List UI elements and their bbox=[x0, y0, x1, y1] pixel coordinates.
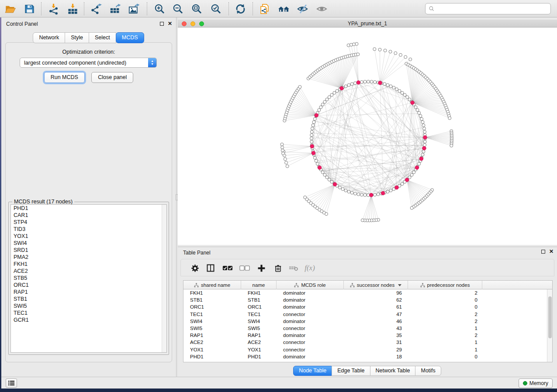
homes-icon bbox=[278, 3, 290, 15]
table-settings-button[interactable] bbox=[189, 262, 201, 274]
list-item[interactable]: RAP1 bbox=[11, 289, 166, 296]
list-item[interactable]: FKH1 bbox=[11, 261, 166, 268]
table-row[interactable]: PHD1PHD1dominator180 bbox=[183, 353, 547, 360]
table-row[interactable]: RAP1RAP1dominator352 bbox=[183, 332, 547, 339]
criterion-dropdown[interactable]: largest connected component (undirected)… bbox=[20, 58, 157, 68]
sort-descending-icon bbox=[398, 284, 401, 286]
table-row[interactable]: FKH1FKH1dominator962 bbox=[183, 289, 547, 296]
tab-node-table[interactable]: Node Table bbox=[293, 366, 332, 376]
tab-motifs[interactable]: Motifs bbox=[415, 366, 441, 376]
function-builder-button[interactable]: f(x) bbox=[304, 262, 316, 274]
export-table-button[interactable] bbox=[107, 2, 122, 16]
memory-label: Memory bbox=[529, 380, 548, 386]
status-bar: Memory bbox=[1, 377, 557, 389]
save-icon bbox=[24, 3, 35, 15]
task-history-button[interactable] bbox=[6, 378, 17, 388]
network-canvas[interactable] bbox=[178, 28, 557, 245]
open-session-button[interactable] bbox=[3, 2, 17, 16]
zoom-out-button[interactable] bbox=[170, 2, 185, 16]
zoom-in-button[interactable] bbox=[152, 2, 167, 16]
tab-edge-table[interactable]: Edge Table bbox=[332, 366, 370, 376]
close-panel-button[interactable]: Close panel bbox=[91, 72, 133, 83]
column-header-shared-name[interactable]: shared name bbox=[183, 281, 241, 289]
list-item[interactable]: SWI4 bbox=[11, 240, 166, 247]
list-item[interactable]: ACE2 bbox=[11, 268, 166, 275]
node-table: shared name name MCDS role successor nod… bbox=[183, 280, 553, 362]
memory-button[interactable]: Memory bbox=[519, 378, 553, 388]
tab-network[interactable]: Network bbox=[33, 32, 65, 43]
zoom-selected-button[interactable] bbox=[208, 2, 223, 16]
select-all-rows-button[interactable] bbox=[221, 262, 234, 274]
show-columns-button[interactable] bbox=[204, 262, 217, 274]
column-header-mcds-role[interactable]: MCDS role bbox=[277, 281, 344, 289]
export-image-button[interactable] bbox=[126, 2, 141, 16]
list-item[interactable]: PMA2 bbox=[11, 254, 166, 261]
run-mcds-button[interactable]: Run MCDS bbox=[44, 72, 85, 83]
criterion-value: largest connected component (undirected) bbox=[20, 60, 148, 66]
list-item[interactable]: TID3 bbox=[11, 226, 166, 233]
scrollbar-thumb[interactable] bbox=[548, 296, 552, 338]
search-input[interactable] bbox=[437, 4, 550, 13]
refresh-icon bbox=[235, 3, 246, 15]
deselect-all-rows-button[interactable] bbox=[239, 262, 251, 274]
column-header-successor-nodes[interactable]: successor nodes bbox=[344, 281, 408, 289]
table-scrollbar[interactable] bbox=[547, 289, 552, 362]
add-column-button[interactable] bbox=[255, 262, 267, 274]
optimization-criterion-label: Optimization criterion: bbox=[6, 49, 172, 55]
export-table-icon bbox=[109, 3, 121, 15]
column-header-name[interactable]: name bbox=[241, 281, 277, 289]
show-hidden-button[interactable] bbox=[314, 2, 329, 16]
table-panel-title: Table Panel bbox=[183, 250, 211, 256]
tab-style[interactable]: Style bbox=[65, 32, 89, 43]
column-type-icon bbox=[420, 283, 425, 288]
table-row[interactable]: TEC1TEC1connector472 bbox=[183, 311, 547, 318]
close-panel-icon[interactable]: ✕ bbox=[549, 249, 554, 254]
clone-network-button[interactable] bbox=[257, 2, 272, 16]
network-titlebar[interactable]: YPA_prune.txt_1 bbox=[178, 20, 557, 28]
zoom-fit-button[interactable] bbox=[189, 2, 204, 16]
apply-layout-button[interactable] bbox=[233, 2, 248, 16]
table-row[interactable]: SWI4SWI4dominator462 bbox=[183, 318, 547, 325]
scrollbar[interactable] bbox=[162, 205, 166, 352]
table-row[interactable]: ACE2ACE2connector311 bbox=[183, 339, 547, 346]
list-item[interactable]: SWI5 bbox=[11, 303, 166, 309]
list-item[interactable]: ORC1 bbox=[11, 282, 166, 289]
column-header-predecessor-nodes[interactable]: predecessor nodes bbox=[408, 281, 482, 289]
workspace: Control Panel ✕ NetworkStyleSelectMCDS O… bbox=[1, 17, 557, 377]
hide-selected-button[interactable] bbox=[295, 2, 310, 16]
delete-column-button[interactable] bbox=[272, 262, 284, 274]
list-item[interactable]: STP4 bbox=[11, 219, 166, 226]
table-row[interactable]: ORC1ORC1dominator610 bbox=[183, 303, 547, 310]
import-table-button[interactable] bbox=[65, 2, 80, 16]
delete-table-button[interactable] bbox=[287, 262, 300, 274]
list-item[interactable]: SRD1 bbox=[11, 247, 166, 254]
float-panel-icon[interactable] bbox=[160, 22, 164, 26]
search-field[interactable] bbox=[425, 3, 551, 14]
table-row[interactable]: YOX1YOX1connector291 bbox=[183, 346, 547, 353]
import-network-button[interactable] bbox=[46, 2, 61, 16]
list-item[interactable]: GCR1 bbox=[11, 316, 166, 323]
eye-slash-icon bbox=[297, 3, 308, 15]
list-item[interactable]: YOX1 bbox=[11, 233, 166, 240]
export-image-icon bbox=[128, 3, 140, 15]
table-toolbar: f(x) bbox=[180, 259, 554, 276]
tab-select[interactable]: Select bbox=[89, 32, 116, 43]
save-session-button[interactable] bbox=[22, 2, 37, 16]
table-row[interactable]: STB1STB1dominator620 bbox=[183, 296, 547, 303]
list-item[interactable]: STB1 bbox=[11, 296, 166, 303]
column-header-filler bbox=[482, 281, 552, 289]
list-item[interactable]: TEC1 bbox=[11, 309, 166, 316]
close-panel-icon[interactable]: ✕ bbox=[168, 21, 172, 26]
export-network-button[interactable] bbox=[89, 2, 104, 16]
list-item[interactable]: STB5 bbox=[11, 275, 166, 282]
list-item[interactable]: PHD1 bbox=[11, 205, 166, 212]
tab-network-table[interactable]: Network Table bbox=[370, 366, 416, 376]
tab-mcds[interactable]: MCDS bbox=[116, 32, 144, 43]
list-item[interactable]: CAR1 bbox=[11, 212, 166, 219]
toolbar-separator bbox=[41, 2, 42, 15]
show-all-button[interactable] bbox=[276, 2, 291, 16]
table-row[interactable]: SWI5SWI5connector431 bbox=[183, 325, 547, 332]
float-panel-icon[interactable] bbox=[541, 250, 545, 254]
fx-icon: f(x) bbox=[304, 264, 315, 272]
column-type-icon bbox=[350, 283, 355, 288]
